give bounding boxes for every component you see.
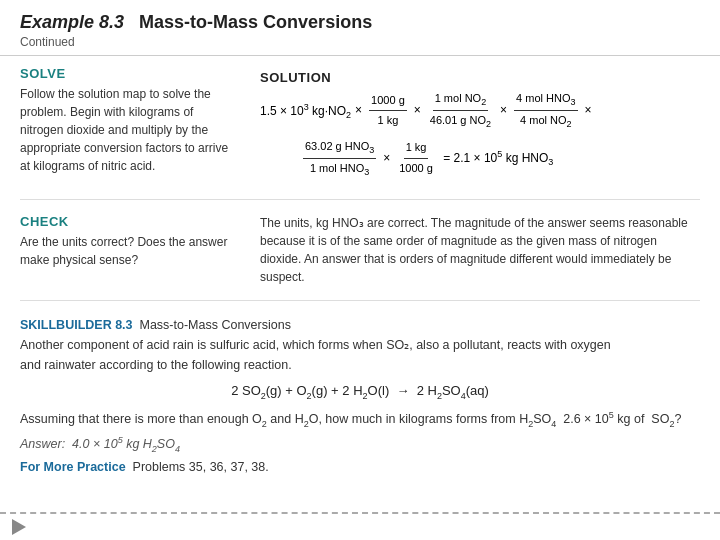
check-description: The units, kg HNO₃ are correct. The magn… — [260, 214, 700, 286]
assuming-text: Assuming that there is more than enough … — [20, 408, 700, 431]
skillbuilder-text2: and rainwater according to the following… — [20, 358, 292, 372]
solve-text: Follow the solution map to solve the pro… — [20, 85, 240, 175]
formula-start: 1.5 × 103 kg·NO2 — [260, 99, 351, 124]
formula: 1.5 × 103 kg·NO2 × 1000 g 1 kg × 1 mol N… — [260, 89, 700, 181]
chemical-equation: 2 SO2(g) + O2(g) + 2 H2O(l) → 2 H2SO4(aq… — [20, 383, 700, 401]
play-icon[interactable] — [12, 519, 26, 535]
solve-section: SOLVE Follow the solution map to solve t… — [20, 66, 700, 200]
skillbuilder-label: SKILLBUILDER 8.3 — [20, 318, 133, 332]
skillbuilder-text1: Another component of acid rain is sulfur… — [20, 338, 611, 352]
fraction-3: 4 mol HNO3 4 mol NO2 — [514, 89, 577, 133]
skillbuilder-section: SKILLBUILDER 8.3 Mass-to-Mass Conversion… — [20, 315, 700, 375]
formula-line-1: 1.5 × 103 kg·NO2 × 1000 g 1 kg × 1 mol N… — [260, 89, 700, 133]
check-label: CHECK — [20, 214, 240, 229]
header: Example 8.3 Mass-to-Mass Conversions Con… — [0, 0, 720, 56]
solution-area: SOLUTION 1.5 × 103 kg·NO2 × 1000 g 1 kg … — [260, 66, 700, 185]
check-question: Are the units correct? Does the answer m… — [20, 233, 240, 269]
main-content: SOLVE Follow the solution map to solve t… — [0, 56, 720, 492]
continued-label: Continued — [20, 35, 700, 49]
skillbuilder-subtitle: Mass-to-Mass Conversions — [139, 318, 290, 332]
fraction-2: 1 mol NO2 46.01 g NO2 — [428, 89, 493, 133]
solve-label: SOLVE — [20, 66, 240, 81]
equals-result: = 2.1 × 105 kg HNO3 — [440, 146, 553, 171]
example-title: Mass-to-Mass Conversions — [139, 12, 372, 32]
for-more-label: For More Practice — [20, 460, 126, 474]
bottom-bar — [0, 512, 720, 540]
for-more-practice: For More Practice Problems 35, 36, 37, 3… — [20, 460, 700, 474]
example-number: Example 8.3 — [20, 12, 124, 32]
check-section: CHECK Are the units correct? Does the an… — [20, 214, 700, 301]
page: Example 8.3 Mass-to-Mass Conversions Con… — [0, 0, 720, 540]
fraction-5: 1 kg 1000 g — [397, 138, 435, 179]
page-title: Example 8.3 Mass-to-Mass Conversions — [20, 12, 700, 33]
fraction-4: 63.02 g HNO3 1 mol HNO3 — [303, 137, 376, 181]
formula-line-2: 63.02 g HNO3 1 mol HNO3 × 1 kg 1000 g = … — [260, 137, 700, 181]
answer-label: Answer: — [20, 437, 65, 451]
answer-line: Answer: 4.0 × 105 kg H2SO4 — [20, 435, 700, 454]
solve-left: SOLVE Follow the solution map to solve t… — [20, 66, 240, 185]
solution-label: SOLUTION — [260, 70, 700, 85]
check-left: CHECK Are the units correct? Does the an… — [20, 214, 240, 286]
fraction-1: 1000 g 1 kg — [369, 91, 407, 132]
for-more-text: Problems 35, 36, 37, 38. — [133, 460, 269, 474]
